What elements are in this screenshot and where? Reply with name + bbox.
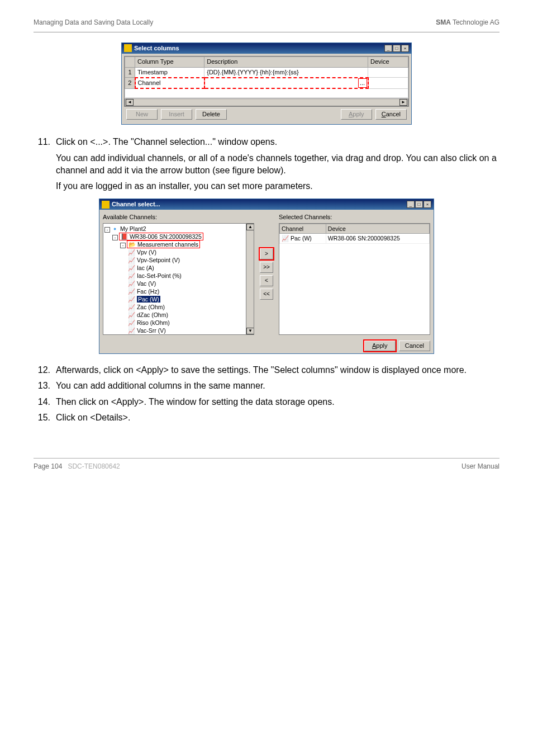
scroll-up-icon[interactable]: ▲ <box>246 224 254 230</box>
step-14: 14. Then click on <Apply>. The window fo… <box>34 396 499 408</box>
minimize-icon[interactable]: _ <box>407 201 415 208</box>
step-text: Click on <Details>. <box>56 412 130 424</box>
device-node[interactable]: 📕 WR38-006 SN:2000098325 <box>119 233 203 240</box>
grid-corner <box>125 57 135 67</box>
step-number: 12. <box>34 364 50 376</box>
horizontal-scrollbar[interactable]: ◄ ► <box>125 98 408 106</box>
collapse-icon[interactable]: - <box>120 243 126 248</box>
selected-channel-cell[interactable]: 📈 Pac (W) <box>280 234 326 244</box>
selected-device-cell[interactable]: WR38-006 SN:2000098325 <box>326 234 429 244</box>
col-device[interactable]: Device <box>326 224 429 234</box>
remove-channel-button[interactable]: < <box>260 275 273 286</box>
channel-tree[interactable]: -🔹 My Plant2 -📕 WR38-006 SN:2000098325 -… <box>103 223 254 335</box>
maximize-icon[interactable]: □ <box>393 45 401 52</box>
channel-item[interactable]: 📈 Vpv (V) <box>128 248 253 256</box>
channel-item[interactable]: 📈 Riso (kOhm) <box>128 319 253 327</box>
page-footer: Page 104 SDC-TEN080642 User Manual <box>34 458 499 471</box>
channel-item[interactable]: 📈 dZac (Ohm) <box>128 311 253 319</box>
step-number: 13. <box>34 380 50 392</box>
channel-item[interactable]: 📈 Pac (W) <box>128 295 253 303</box>
col-header-device[interactable]: Device <box>368 57 408 67</box>
step-11: 11. Click on <...>. The "Channel selecti… <box>34 136 499 148</box>
dialog-title: Select columns <box>134 44 384 53</box>
channel-item[interactable]: 📈 Iac-Set-Point (%) <box>128 272 253 280</box>
dialog-titlebar[interactable]: Channel select... _ □ × <box>99 199 434 210</box>
minimize-icon[interactable]: _ <box>384 45 392 52</box>
dialog-titlebar[interactable]: Select columns _ □ × <box>122 43 411 54</box>
step-number: 11. <box>34 136 50 148</box>
collapse-icon[interactable]: - <box>112 235 118 240</box>
col-header-type[interactable]: Column Type <box>135 57 204 67</box>
channel-item[interactable]: 📈 Vac-Srr (V) <box>128 327 253 334</box>
step-13: 13. You can add additional columns in th… <box>34 380 499 392</box>
cell-type-active[interactable]: Channel <box>135 78 204 88</box>
step-15: 15. Click on <Details>. <box>34 412 499 424</box>
step-text: You can add additional columns in the sa… <box>56 380 265 392</box>
channel-item[interactable]: 📈 Zac (Ohm) <box>128 303 253 311</box>
insert-button[interactable]: Insert <box>161 109 192 120</box>
folder-node[interactable]: 📂 Measurement channels <box>127 240 200 248</box>
add-all-button[interactable]: >> <box>260 262 273 273</box>
page-header: Managing Data and Saving Data Locally SM… <box>34 18 499 27</box>
vertical-scrollbar[interactable]: ▲ ▼ <box>246 224 254 334</box>
ellipsis-button[interactable]: ... <box>358 78 367 88</box>
maximize-icon[interactable]: □ <box>415 201 423 208</box>
step-text: Click on <...>. The "Channel selection..… <box>56 136 277 148</box>
apply-button[interactable]: Apply <box>364 341 396 351</box>
grid-blank <box>125 88 408 97</box>
col-channel[interactable]: Channel <box>280 224 326 234</box>
dialog-title: Channel select... <box>112 200 407 209</box>
tree-root[interactable]: My Plant2 <box>120 225 146 232</box>
step-number: 14. <box>34 396 50 408</box>
step-11-continuation: You can add individual channels, or all … <box>56 152 499 177</box>
channel-item[interactable]: 📈 Fac (Hz) <box>128 287 253 295</box>
add-channel-button[interactable]: > <box>260 248 273 259</box>
scroll-down-icon[interactable]: ▼ <box>246 328 254 334</box>
footer-left: Page 104 SDC-TEN080642 <box>34 462 120 471</box>
row-number[interactable]: 1 <box>125 67 135 78</box>
available-pane: Available Channels: -🔹 My Plant2 -📕 WR38… <box>103 213 254 334</box>
step-number: 15. <box>34 412 50 424</box>
step-text: Then click on <Apply>. The window for se… <box>56 396 335 408</box>
step-11-continuation: If you are logged in as an installer, yo… <box>56 180 499 192</box>
row-number[interactable]: 2 <box>125 78 135 88</box>
cancel-button[interactable]: Cancel <box>375 109 407 120</box>
cell-type[interactable]: Timestamp <box>135 67 204 78</box>
step-12: 12. Afterwards, click on <Apply> to save… <box>34 364 499 376</box>
cell-device[interactable] <box>368 67 408 78</box>
channel-item[interactable]: 📈 Fac-Srr (Hz) <box>128 334 253 335</box>
channel-item[interactable]: 📈 Vac (V) <box>128 280 253 287</box>
col-header-description[interactable]: Description <box>204 57 368 67</box>
channel-item[interactable]: 📈 Iac (A) <box>128 264 253 272</box>
footer-right: User Manual <box>461 462 499 471</box>
close-icon[interactable]: × <box>423 201 431 208</box>
step-text: Afterwards, click on <Apply> to save the… <box>56 364 467 376</box>
apply-button[interactable]: Apply <box>341 109 372 120</box>
selected-pane: Selected Channels: Channel Device 📈 Pac … <box>279 213 430 334</box>
scroll-left-icon[interactable]: ◄ <box>126 99 134 106</box>
new-button[interactable]: New <box>126 109 158 120</box>
selected-heading: Selected Channels: <box>279 213 430 221</box>
close-icon[interactable]: × <box>401 45 409 52</box>
remove-all-button[interactable]: << <box>260 289 273 300</box>
channel-item[interactable]: 📈 Vpv-Setpoint (V) <box>128 256 253 264</box>
cell-device[interactable] <box>368 78 408 88</box>
selected-table[interactable]: Channel Device 📈 Pac (W) WR38-006 SN:200… <box>279 223 430 335</box>
header-left: Managing Data and Saving Data Locally <box>34 18 153 27</box>
columns-grid[interactable]: Column Type Description Device 1 Timesta… <box>124 56 409 107</box>
cell-description-active[interactable]: ... <box>204 78 368 88</box>
channel-select-dialog: Channel select... _ □ × Available Channe… <box>99 199 434 354</box>
delete-button[interactable]: Delete <box>196 109 227 120</box>
scroll-right-icon[interactable]: ► <box>399 99 407 106</box>
cancel-button[interactable]: Cancel <box>399 341 430 351</box>
available-heading: Available Channels: <box>103 213 254 221</box>
app-icon <box>102 201 110 209</box>
collapse-icon[interactable]: - <box>104 227 110 233</box>
app-icon <box>124 44 132 52</box>
header-right: SMA Technologie AG <box>436 18 499 27</box>
header-divider <box>34 32 499 32</box>
select-columns-dialog: Select columns _ □ × Column Type Descrip… <box>121 42 412 125</box>
transfer-buttons: > >> < << <box>256 213 277 334</box>
cell-description[interactable]: {DD}.{MM}.{YYYY} {hh}:{mm}:{ss} <box>204 67 368 78</box>
